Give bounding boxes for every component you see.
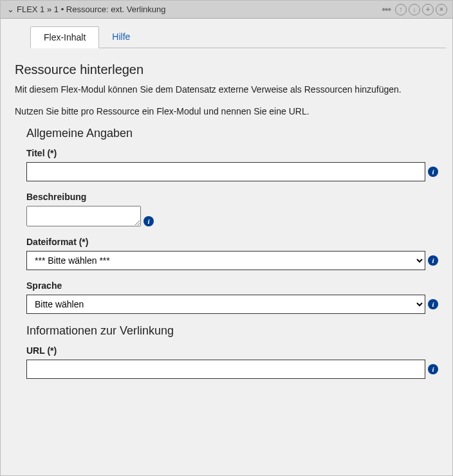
beschreibung-label: Beschreibung: [26, 192, 438, 202]
tabs: Flex-Inhalt Hilfe: [30, 26, 446, 48]
url-label: URL (*): [26, 345, 438, 356]
titel-input[interactable]: [26, 162, 425, 181]
page-title: Ressource hinterlegen: [15, 62, 438, 77]
tab-flex-inhalt[interactable]: Flex-Inhalt: [30, 26, 99, 48]
close-button[interactable]: ×: [436, 4, 447, 15]
info-icon[interactable]: i: [143, 216, 154, 226]
add-button[interactable]: +: [422, 4, 434, 15]
description-2: Nutzen Sie bitte pro Ressource ein Flex-…: [15, 105, 438, 118]
panel-title: FLEX 1 » 1 • Ressource: ext. Verlinkung: [17, 5, 165, 14]
info-icon[interactable]: i: [428, 299, 438, 309]
dateiformat-label: Dateiformat (*): [26, 237, 438, 247]
beschreibung-textarea[interactable]: [26, 206, 141, 226]
titel-label: Titel (*): [26, 148, 438, 158]
move-down-button[interactable]: ↓: [409, 4, 420, 15]
description-1: Mit diesem Flex-Modul können Sie dem Dat…: [15, 84, 438, 96]
group-allgemeine: Allgemeine Angaben: [26, 127, 438, 140]
chevron-down-icon[interactable]: ⌄: [7, 5, 14, 14]
info-icon[interactable]: i: [428, 255, 438, 266]
sprache-label: Sprache: [26, 280, 438, 291]
move-up-button[interactable]: ↑: [395, 4, 407, 15]
group-verlinkung: Informationen zur Verlinkung: [26, 324, 438, 338]
dateiformat-select[interactable]: *** Bitte wählen ***: [26, 251, 425, 270]
more-icon[interactable]: •••: [382, 4, 391, 15]
url-input[interactable]: [26, 360, 425, 379]
sprache-select[interactable]: Bitte wählen: [26, 295, 425, 314]
info-icon[interactable]: i: [428, 167, 438, 177]
info-icon[interactable]: i: [428, 364, 438, 374]
panel-header: ⌄ FLEX 1 » 1 • Ressource: ext. Verlinkun…: [1, 1, 452, 19]
tab-hilfe[interactable]: Hilfe: [99, 26, 143, 48]
